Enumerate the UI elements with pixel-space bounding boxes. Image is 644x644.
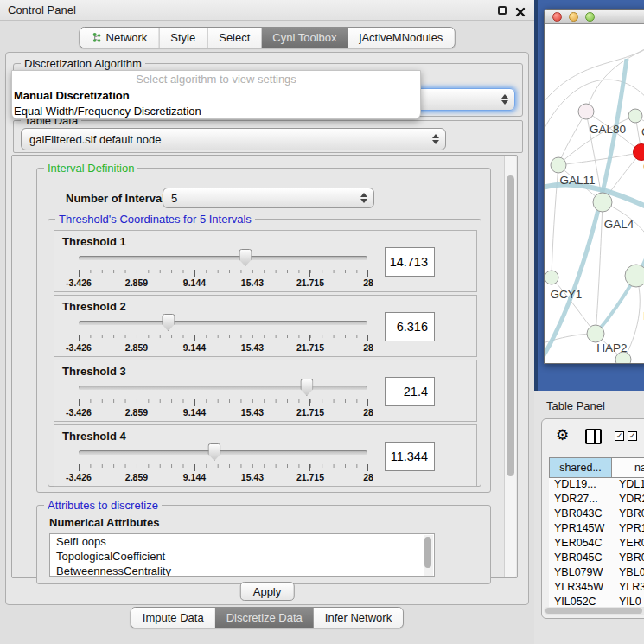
list-item[interactable]: TopologicalCoefficient <box>50 549 434 564</box>
split-column-icon[interactable] <box>585 429 602 444</box>
close-traffic-light-icon[interactable] <box>552 12 562 22</box>
list-item[interactable]: SelfLoops <box>50 534 434 549</box>
threshold-slider[interactable] <box>79 378 367 397</box>
slider-ticks <box>79 464 368 471</box>
apply-button[interactable]: Apply <box>240 582 295 601</box>
tab-select[interactable]: Select <box>207 28 261 48</box>
right-side-area: GAL80 G C GAL11 GAL4 GCY1 H HAP2 Table P… <box>534 0 644 644</box>
node-green[interactable] <box>628 109 642 123</box>
network-graph-icon <box>92 32 102 43</box>
slider-track[interactable] <box>79 450 367 455</box>
table-panel-container: ⚙ ✓ ✓ shared... name YDL19...YDL1 YDR27.… <box>541 418 644 619</box>
slider-track[interactable] <box>79 321 367 325</box>
table-data-selected-value: galFiltered.sif default node <box>29 133 161 146</box>
threshold-1-panel: Threshold 1 -3.426 2.859 9.144 15.43 <box>54 230 477 292</box>
dropdown-option-manual-discretization[interactable]: Manual Discretization <box>12 88 420 104</box>
table-horizontal-scrollbar[interactable] <box>544 607 644 615</box>
table-panel-title: Table Panel <box>546 399 605 412</box>
list-scrollbar[interactable] <box>424 535 433 577</box>
thresholds-group-label: Threshold's Coordinates for 5 Intervals <box>55 213 255 226</box>
table-data-combobox[interactable]: galFiltered.sif default node <box>21 128 446 150</box>
table-panel-region: Table Panel ⚙ ✓ ✓ shared... name YDL19..… <box>534 391 644 644</box>
threshold-label: Threshold 2 <box>62 300 126 313</box>
number-of-intervals-label: Number of Intervals <box>66 192 171 205</box>
tab-infer-network[interactable]: Infer Network <box>314 608 403 628</box>
node-pink[interactable] <box>578 104 594 119</box>
control-panel-titlebar: Control Panel <box>0 0 534 21</box>
node-gal11[interactable] <box>551 157 566 173</box>
column-header-shared-name[interactable]: shared... <box>549 457 612 478</box>
tab-impute-data[interactable]: Impute Data <box>131 608 215 628</box>
tab-jactivemnodules[interactable]: jActiveMNodules <box>348 28 455 48</box>
node-green-large[interactable] <box>625 265 644 287</box>
node-label-hap2: HAP2 <box>596 341 627 354</box>
table-panel-toolbar: ⚙ ✓ ✓ <box>542 419 644 454</box>
control-panel-tab-bar: Network Style Select Cyni Toolbox jActiv… <box>80 27 456 48</box>
attributes-to-discretize-group: Attributes to discretize Numerical Attri… <box>36 505 491 584</box>
panel-title: Control Panel <box>0 3 76 16</box>
slider-track[interactable] <box>79 386 367 390</box>
tab-style[interactable]: Style <box>158 28 207 48</box>
tab-cyni-toolbox[interactable]: Cyni Toolbox <box>261 28 348 48</box>
slider-track[interactable] <box>79 256 367 260</box>
threshold-slider[interactable] <box>79 313 367 332</box>
table-row[interactable]: YDL19...YDL1 <box>549 478 644 493</box>
combo-arrows-icon <box>501 94 508 105</box>
gear-icon[interactable]: ⚙ <box>556 428 569 443</box>
zoom-traffic-light-icon[interactable] <box>585 12 595 22</box>
node-green[interactable] <box>593 193 612 212</box>
network-view-window: GAL80 G C GAL11 GAL4 GCY1 H HAP2 <box>544 9 644 364</box>
number-of-intervals-combobox[interactable]: 5 <box>163 188 374 208</box>
table-row[interactable]: YBR045CYBR0 <box>549 552 644 566</box>
threshold-label: Threshold 4 <box>62 430 126 443</box>
threshold-value-input[interactable] <box>385 312 435 341</box>
network-canvas[interactable]: GAL80 G C GAL11 GAL4 GCY1 H HAP2 <box>545 24 644 364</box>
slider-handle[interactable] <box>207 443 220 461</box>
table-row[interactable]: YER054CYER0 <box>549 537 644 552</box>
checkbox-checked-icon[interactable]: ✓ <box>615 431 624 441</box>
table-row[interactable]: YLR345WYLR3 <box>549 581 644 596</box>
network-window-titlebar[interactable] <box>545 10 644 24</box>
threshold-slider[interactable] <box>79 443 367 462</box>
slider-tick-labels: -3.426 2.859 9.144 15.43 21.715 28 <box>79 277 368 289</box>
dropdown-option-equal-width-frequency[interactable]: Equal Width/Frequency Discretization <box>12 104 420 119</box>
threshold-value-input[interactable] <box>385 377 435 406</box>
slider-ticks <box>79 270 368 277</box>
control-panel-window: Control Panel Network Style Select Cyni … <box>0 0 534 644</box>
tab-network[interactable]: Network <box>80 28 159 48</box>
node-red-selected[interactable] <box>634 144 644 161</box>
table-row[interactable]: YBR043CYBR0 <box>549 507 644 522</box>
slider-handle[interactable] <box>239 249 252 266</box>
threshold-value-input[interactable] <box>385 247 435 277</box>
column-header-name[interactable]: name <box>612 457 644 478</box>
table-data-group: Table Data galFiltered.sif default node <box>13 120 523 153</box>
node-label-gal80: GAL80 <box>590 123 626 136</box>
float-window-icon[interactable] <box>498 6 507 15</box>
threshold-slider[interactable] <box>79 248 367 267</box>
scrollbar-thumb[interactable] <box>507 175 514 476</box>
tab-label: Network <box>106 31 148 44</box>
checkbox-checked-icon[interactable]: ✓ <box>628 431 637 441</box>
settings-vertical-scrollbar[interactable] <box>504 156 516 577</box>
table-row[interactable]: YPR145WYPR1 <box>549 522 644 537</box>
tab-discretize-data[interactable]: Discretize Data <box>215 608 314 628</box>
node-label-gal11: GAL11 <box>559 174 595 187</box>
cyni-toolbox-panel: Discretization Algorithm Select algorith… <box>5 52 529 605</box>
minimize-traffic-light-icon[interactable] <box>569 12 578 22</box>
table-row[interactable]: YDR27...YDR2 <box>549 493 644 507</box>
list-item[interactable]: BetweennessCentrality <box>50 564 434 577</box>
cyni-mode-tab-bar: Impute Data Discretize Data Infer Networ… <box>131 607 404 628</box>
table-row[interactable]: YBL079WYBL0 <box>549 566 644 581</box>
combo-arrows-icon <box>360 193 367 203</box>
threshold-value-input[interactable] <box>385 442 435 471</box>
node-gcy1[interactable] <box>545 271 558 284</box>
node-hap2[interactable] <box>587 325 604 342</box>
slider-tick-labels: -3.426 2.859 9.144 15.43 21.715 28 <box>79 472 368 483</box>
threshold-label: Threshold 1 <box>62 235 126 248</box>
threshold-label: Threshold 3 <box>62 365 126 378</box>
desktop-background: GAL80 G C GAL11 GAL4 GCY1 H HAP2 <box>534 0 644 391</box>
close-window-icon[interactable] <box>515 5 526 16</box>
slider-handle[interactable] <box>300 379 313 396</box>
slider-handle[interactable] <box>162 314 175 331</box>
scrollbar-thumb[interactable] <box>545 608 642 614</box>
